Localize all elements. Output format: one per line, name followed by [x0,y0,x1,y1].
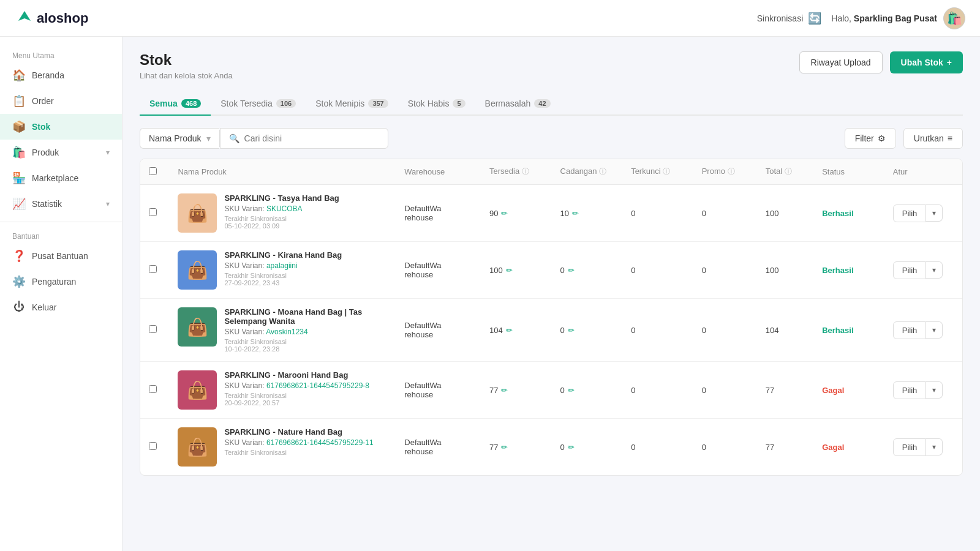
tab-menipis[interactable]: Stok Menipis 357 [306,92,398,116]
cadangan-edit-icon-row4[interactable]: ✏ [568,386,575,395]
status-cell-row3: Berhasil [813,299,884,362]
product-image-row1: 👜 [178,193,217,233]
toolbar: Nama Produk ▾ 🔍 Filter ⚙ Urutka [140,128,963,149]
row-checkbox-row2[interactable] [149,265,157,273]
sidebar-item-keluar[interactable]: ⏻ Keluar [0,294,122,320]
row-checkbox-row3[interactable] [149,325,157,333]
tersedia-value-row5: 77 [489,443,498,452]
sidebar-item-statistik[interactable]: 📈 Statistik ▾ [0,191,122,217]
avatar[interactable]: 🛍️ [943,7,965,29]
topbar-left: aloshop [15,9,88,28]
sku-link-row5[interactable]: 6176968621-1644545795229-11 [266,438,374,447]
tersedia-edit-icon-row4[interactable]: ✏ [501,386,508,395]
tersedia-info-icon[interactable]: ⓘ [522,167,529,176]
row-checkbox-row4[interactable] [149,385,157,393]
tab-habis[interactable]: Stok Habis 5 [398,92,475,116]
promo-info-icon[interactable]: ⓘ [728,167,735,176]
sku-link-row2[interactable]: apalagiini [266,261,298,270]
action-arrow-row2[interactable]: ▾ [926,261,943,279]
row-checkbox-row1[interactable] [149,208,157,216]
tersedia-cell-row1: 90 ✏ [481,185,552,242]
order-icon: 📋 [12,94,26,108]
status-badge-row5: Gagal [822,443,844,452]
filter-button[interactable]: Filter ⚙ [845,128,896,149]
topbar: aloshop Sinkronisasi 🔄 Halo, Sparkling B… [0,0,980,37]
bantuan-label: Bantuan [0,227,122,243]
warehouse-cell-row3: DefaultWarehouse [396,299,481,362]
action-select-row1: Pilih ▾ [893,204,954,222]
action-arrow-row3[interactable]: ▾ [926,321,943,339]
tersedia-edit-icon-row1[interactable]: ✏ [501,209,508,218]
terkunci-cell-row5: 0 [622,419,693,476]
status-badge-row4: Gagal [822,386,844,395]
action-button-row5[interactable]: Pilih [893,438,927,456]
product-sync-row3: Terakhir Sinkronisasi10-10-2022, 23:28 [224,338,387,353]
action-arrow-row5[interactable]: ▾ [926,438,943,455]
sidebar-item-order[interactable]: 📋 Order [0,88,122,114]
cadangan-edit-icon-row1[interactable]: ✏ [572,209,579,218]
tersedia-value-row2: 100 [489,266,503,275]
sort-icon: ≡ [948,133,952,143]
sidebar-label-marketplace: Marketplace [32,173,110,183]
cadangan-edit-icon-row2[interactable]: ✏ [568,266,575,275]
sku-link-row4[interactable]: 6176968621-1644545795229-8 [266,381,369,390]
svg-marker-0 [18,11,31,21]
select-all-checkbox[interactable] [149,167,157,175]
tersedia-edit-icon-row2[interactable]: ✏ [506,266,513,275]
terkunci-info-icon[interactable]: ⓘ [663,167,670,176]
table-row: 👜 SPARKLING - Kirana Hand Bag SKU Varian… [140,242,962,299]
tab-menipis-label: Stok Menipis [315,99,364,108]
product-sku-row4: SKU Varian: 6176968621-1644545795229-8 [224,381,369,390]
product-name-row1: SPARKLING - Tasya Hand Bag [224,193,339,203]
col-product-header: Nama Produk [169,159,396,185]
sidebar-item-produk[interactable]: 🛍️ Produk ▾ [0,140,122,165]
tab-tersedia[interactable]: Stok Tersedia 106 [211,92,306,116]
cadangan-info-icon[interactable]: ⓘ [599,167,606,176]
promo-cell-row5: 0 [693,419,757,476]
sidebar-item-beranda[interactable]: 🏠 Beranda [0,62,122,88]
total-cell-row4: 77 [757,362,813,419]
action-button-row2[interactable]: Pilih [893,261,927,279]
search-input[interactable] [244,133,379,143]
total-cell-row2: 100 [757,242,813,299]
total-info-icon[interactable]: ⓘ [785,167,792,176]
filter-select[interactable]: Nama Produk ▾ [140,128,219,149]
toolbar-left: Nama Produk ▾ 🔍 [140,128,388,149]
action-arrow-row1[interactable]: ▾ [926,204,943,222]
action-arrow-row4[interactable]: ▾ [926,381,943,399]
action-select-row4: Pilih ▾ [893,381,954,399]
sync-area[interactable]: Sinkronisasi 🔄 [757,12,821,25]
sidebar-item-pengaturan[interactable]: ⚙️ Pengaturan [0,269,122,294]
action-button-row3[interactable]: Pilih [893,321,927,339]
sidebar-item-marketplace[interactable]: 🏪 Marketplace [0,165,122,191]
sku-link-row1[interactable]: SKUCOBA [266,204,303,213]
action-button-row4[interactable]: Pilih [893,381,927,399]
ubah-stok-button[interactable]: Ubah Stok + [890,51,963,73]
riwayat-upload-button[interactable]: Riwayat Upload [799,51,883,73]
main-content: Stok Lihat dan kelola stok Anda Riwayat … [123,37,980,551]
product-sync-row5: Terakhir Sinkronisasi [224,449,373,456]
action-button-row1[interactable]: Pilih [893,204,927,222]
tersedia-edit-icon-row3[interactable]: ✏ [506,326,513,335]
sidebar-item-pusat-bantuan[interactable]: ❓ Pusat Bantuan [0,243,122,269]
app-container: aloshop Sinkronisasi 🔄 Halo, Sparkling B… [0,0,980,551]
atur-cell-row4: Pilih ▾ [884,362,962,419]
sku-link-row3[interactable]: Avoskin1234 [266,328,308,336]
product-info-row5: SPARKLING - Nature Hand Bag SKU Varian: … [224,427,373,456]
tersedia-edit-icon-row5[interactable]: ✏ [501,443,508,452]
user-area: Halo, Sparkling Bag Pusat 🛍️ [831,7,965,29]
tab-semua-badge: 468 [181,99,201,108]
gear-icon: ⚙️ [12,275,26,288]
sort-button[interactable]: Urutkan ≡ [903,128,963,149]
cadangan-edit-icon-row3[interactable]: ✏ [568,326,575,335]
search-icon: 🔍 [229,133,239,143]
tab-bermasalah[interactable]: Bermasalah 42 [475,92,560,116]
product-name-row2: SPARKLING - Kirana Hand Bag [224,250,342,260]
cadangan-edit-icon-row5[interactable]: ✏ [568,443,575,452]
tab-semua[interactable]: Semua 468 [140,92,211,116]
row-checkbox-row5[interactable] [149,442,157,450]
tersedia-value-row4: 77 [489,386,498,395]
product-cell-row5: 👜 SPARKLING - Nature Hand Bag SKU Varian… [169,419,396,476]
total-value-row3: 104 [766,326,779,335]
sidebar-item-stok[interactable]: 📦 Stok [0,114,122,140]
